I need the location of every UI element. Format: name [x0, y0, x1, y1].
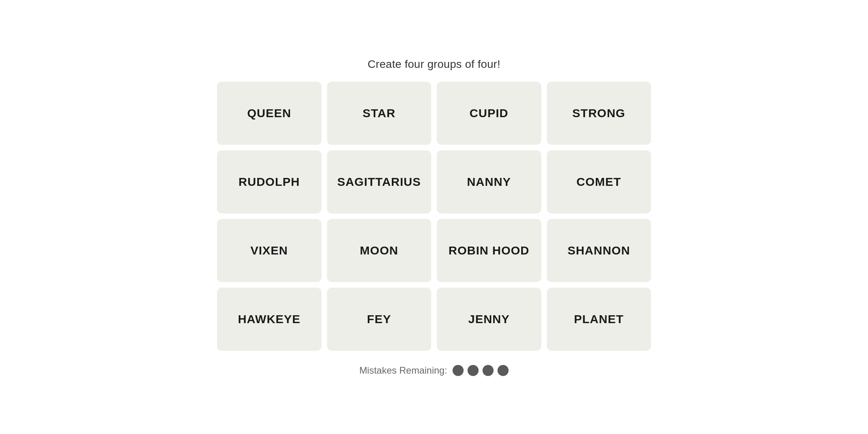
mistakes-row: Mistakes Remaining: — [359, 365, 509, 376]
tile-sagittarius[interactable]: SAGITTARIUS — [327, 150, 432, 213]
mistake-dot-2 — [468, 365, 479, 376]
tile-label-hawkeye: HAWKEYE — [238, 312, 301, 326]
game-container: Create four groups of four! QUEENSTARCUP… — [217, 58, 651, 376]
tile-label-comet: COMET — [576, 175, 621, 189]
tile-comet[interactable]: COMET — [547, 150, 651, 213]
tile-jenny[interactable]: JENNY — [437, 288, 541, 351]
tile-cupid[interactable]: CUPID — [437, 82, 541, 145]
tile-moon[interactable]: MOON — [327, 219, 432, 282]
tile-fey[interactable]: FEY — [327, 288, 432, 351]
tile-label-moon: MOON — [360, 244, 398, 257]
tile-star[interactable]: STAR — [327, 82, 432, 145]
tile-vixen[interactable]: VIXEN — [217, 219, 322, 282]
tile-label-cupid: CUPID — [470, 107, 508, 120]
tile-label-planet: PLANET — [574, 312, 624, 326]
mistake-dot-1 — [453, 365, 464, 376]
tile-label-fey: FEY — [367, 312, 391, 326]
tile-label-jenny: JENNY — [468, 312, 510, 326]
tile-label-vixen: VIXEN — [251, 244, 288, 257]
tile-label-robin-hood: ROBIN HOOD — [449, 244, 529, 257]
tile-label-shannon: SHANNON — [567, 244, 630, 257]
tile-nanny[interactable]: NANNY — [437, 150, 541, 213]
mistake-dot-3 — [483, 365, 494, 376]
tile-queen[interactable]: QUEEN — [217, 82, 322, 145]
tile-label-star: STAR — [363, 107, 395, 120]
dots-container — [453, 365, 509, 376]
tile-grid: QUEENSTARCUPIDSTRONGRUDOLPHSAGITTARIUSNA… — [217, 82, 651, 351]
mistake-dot-4 — [498, 365, 509, 376]
tile-strong[interactable]: STRONG — [547, 82, 651, 145]
instructions-text: Create four groups of four! — [368, 58, 501, 71]
tile-robin-hood[interactable]: ROBIN HOOD — [437, 219, 541, 282]
tile-hawkeye[interactable]: HAWKEYE — [217, 288, 322, 351]
tile-label-rudolph: RUDOLPH — [239, 175, 300, 189]
tile-label-strong: STRONG — [572, 107, 625, 120]
mistakes-label: Mistakes Remaining: — [359, 365, 447, 376]
tile-rudolph[interactable]: RUDOLPH — [217, 150, 322, 213]
tile-label-sagittarius: SAGITTARIUS — [337, 175, 421, 189]
tile-planet[interactable]: PLANET — [547, 288, 651, 351]
tile-label-queen: QUEEN — [247, 107, 291, 120]
tile-label-nanny: NANNY — [467, 175, 511, 189]
tile-shannon[interactable]: SHANNON — [547, 219, 651, 282]
